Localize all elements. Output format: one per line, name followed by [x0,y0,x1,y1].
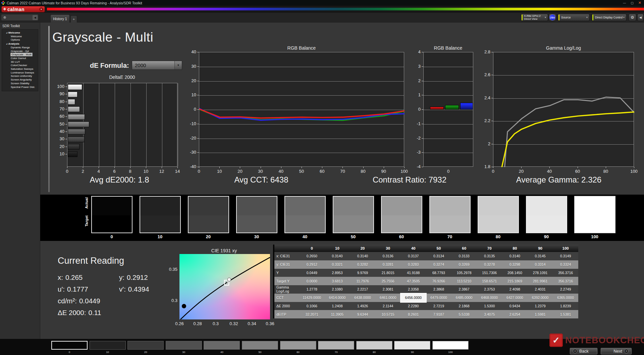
close-button[interactable]: ✕ [638,1,641,5]
table-cell-gamma-log-log-60[interactable]: 2.3867 [451,285,477,294]
table-cell-deitp-60[interactable]: 5.5338 [451,310,477,318]
collapse-panel-button[interactable]: ◀ [637,14,644,21]
sidebar-item-welcome-section[interactable]: ◢Welcome [2,31,38,35]
table-cell-cct-80[interactable]: 6427.0000 [502,294,528,302]
table-cell-e-2000-0[interactable]: 0.1066 [299,302,325,310]
next-button[interactable]: Next » [600,348,632,355]
sidebar-item-analysis-section[interactable]: ◢Analysis [2,42,38,46]
table-cell-deitp-70[interactable]: 3.4075 [477,310,502,318]
table-cell-deitp-90[interactable]: 1.5981 [528,310,553,318]
table-cell-target-y-100[interactable]: 356.3716 [553,277,578,285]
table-cell-gamma-log-log-20[interactable]: 2.2217 [350,285,375,294]
table-cell-y-40[interactable]: 41.9188 [401,269,426,277]
table-cell-cct-0[interactable]: 11429.0000 [299,294,325,302]
table-cell-e-2000-30[interactable]: 2.1144 [375,302,401,310]
table-cell-y-cie31-30[interactable]: 0.3281 [375,260,401,269]
table-cell-x-cie31-60[interactable]: 0.3133 [451,252,477,260]
table-cell-deitp-50[interactable]: 7.9187 [426,310,451,318]
pattern-swatch-80[interactable] [356,341,392,350]
sidebar-item-luminance-sweeps[interactable]: Luminance Sweeps [2,71,38,75]
table-cell-y-cie31-10[interactable]: 0.3321 [325,260,350,269]
table-cell-x-cie31-30[interactable]: 0.3136 [375,252,401,260]
table-cell-x-cie31-90[interactable]: 0.3145 [528,252,553,260]
table-cell-cct-10[interactable]: 6414.0000 [325,294,350,302]
display-control-select[interactable]: Direct Display Control ▼ [592,14,627,21]
table-cell-e-2000-60[interactable]: 2.1868 [451,302,477,310]
maximize-button[interactable]: ▢ [631,1,634,5]
table-cell-gamma-log-log-90[interactable]: 2.4031 [528,285,553,294]
table-cell-e-2000-20[interactable]: 1.4926 [350,302,375,310]
table-cell-y-cie31-20[interactable]: 0.3282 [350,260,375,269]
table-cell-deitp-80[interactable]: 2.6254 [502,310,528,318]
sidebar-item-options[interactable]: Options [2,38,38,42]
pattern-swatch-100[interactable] [432,341,469,350]
table-cell-target-y-30[interactable]: 25.7556 [375,277,401,285]
table-cell-y-60[interactable]: 105.2978 [451,269,477,277]
table-cell-y-30[interactable]: 21.8015 [375,269,401,277]
table-cell-y-100[interactable]: 356.3716 [553,269,578,277]
table-cell-e-2000-40[interactable]: 2.2280 [401,302,426,310]
table-cell-x-cie31-0[interactable]: 0.2650 [299,252,325,260]
table-cell-y-90[interactable]: 278.1091 [528,269,553,277]
table-cell-deitp-10[interactable]: 11.3905 [325,310,350,318]
table-cell-cct-60[interactable]: 6485.0000 [451,294,477,302]
source-select[interactable]: Source ▼ [558,14,590,21]
sidebar-item-saturation-sweeps[interactable]: Saturation Sweeps [2,67,38,71]
table-cell-cct-20[interactable]: 6438.0000 [350,294,375,302]
table-cell-x-cie31-100[interactable]: 0.3149 [553,252,578,260]
table-cell-y-50[interactable]: 68.7793 [426,269,451,277]
table-cell-cct-90[interactable]: 6392.0000 [528,294,553,302]
table-cell-y-cie31-70[interactable]: 0.3278 [477,260,502,269]
table-cell-y-80[interactable]: 208.1450 [502,269,528,277]
pattern-swatch-70[interactable] [318,341,354,350]
table-cell-target-y-0[interactable]: 0.0000 [299,277,325,285]
table-cell-x-cie31-70[interactable]: 0.3135 [477,252,502,260]
pattern-swatch-40[interactable] [204,341,240,350]
pattern-swatch-30[interactable] [166,341,202,350]
table-cell-gamma-log-log-40[interactable]: 2.3358 [401,285,426,294]
table-cell-cct-70[interactable]: 6468.0000 [477,294,502,302]
sidebar-item-screen-stability[interactable]: Screen Stability [2,82,38,86]
sidebar-item-grayscale-2pt[interactable]: Grayscale - 2pt [2,50,38,53]
table-cell-gamma-log-log-80[interactable]: 2.4098 [502,285,528,294]
table-cell-y-cie31-60[interactable]: 0.3269 [451,260,477,269]
table-cell-e-2000-70[interactable]: 1.5300 [477,302,502,310]
table-cell-y-cie31-100[interactable]: 0.3324 [553,260,578,269]
splitter-handle[interactable] [48,26,50,192]
table-cell-y-20[interactable]: 9.9769 [350,269,375,277]
table-cell-gamma-log-log-10[interactable]: 2.1080 [325,285,350,294]
table-cell-target-y-80[interactable]: 215.1869 [502,277,528,285]
collapse-left-icon[interactable]: ◀ [33,15,38,20]
table-cell-e-2000-10[interactable]: 1.2408 [325,302,350,310]
table-cell-y-cie31-50[interactable]: 0.3274 [426,260,451,269]
table-cell-y-10[interactable]: 2.8953 [325,269,350,277]
table-cell-y-cie31-40[interactable]: 0.3283 [401,260,426,269]
table-cell-target-y-70[interactable]: 158.6571 [477,277,502,285]
table-cell-gamma-log-log-100[interactable]: 2.2749 [553,285,578,294]
table-cell-x-cie31-40[interactable]: 0.3137 [401,252,426,260]
pattern-swatch-0[interactable] [51,341,88,350]
table-cell-y-0[interactable]: 0.0449 [299,269,325,277]
table-cell-target-y-20[interactable]: 11.7976 [350,277,375,285]
sidebar-item-3d-lut[interactable]: 3D LUT [2,60,38,64]
table-cell-x-cie31-80[interactable]: 0.3140 [502,252,528,260]
sidebar-item-screen-angularity[interactable]: Screen Angularity [2,78,38,82]
table-cell-e-2000-90[interactable]: 1.2379 [528,302,553,310]
table-cell-target-y-60[interactable]: 113.5210 [451,277,477,285]
expand-arrow-icon[interactable]: ◢ [6,43,7,45]
table-cell-y-cie31-80[interactable]: 0.3298 [502,260,528,269]
table-cell-y-cie31-90[interactable]: 0.3314 [528,260,553,269]
table-cell-gamma-log-log-70[interactable]: 2.3753 [477,285,502,294]
table-cell-cct-40[interactable]: 6456.0000 [401,294,426,302]
back-button[interactable]: « Back [570,348,598,355]
add-tab-button[interactable]: + [70,15,77,22]
table-cell-cct-100[interactable]: 6365.0000 [553,294,578,302]
table-cell-y-70[interactable]: 151.7306 [477,269,502,277]
de-formula-select[interactable]: 2000 ▼ [132,61,182,70]
pattern-swatch-10[interactable] [90,341,126,350]
table-cell-deitp-100[interactable]: 1.5381 [553,310,578,318]
table-cell-target-y-10[interactable]: 3.6813 [325,277,350,285]
table-cell-deitp-0[interactable]: 32.2071 [299,310,325,318]
sidebar-item-color-gamut[interactable]: Color Gamut [2,57,38,60]
table-cell-e-2000-100[interactable]: 1.8239 [553,302,578,310]
